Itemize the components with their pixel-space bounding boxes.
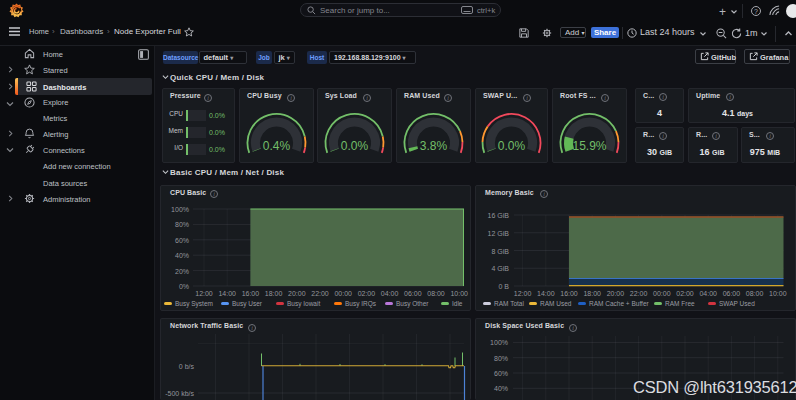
svg-text:0.4%: 0.4% <box>263 139 291 153</box>
svg-text:15.9%: 15.9% <box>572 139 606 153</box>
svg-text:0.0%: 0.0% <box>498 139 526 153</box>
svg-text:3.8%: 3.8% <box>420 139 448 153</box>
svg-text:0.0%: 0.0% <box>341 139 369 153</box>
